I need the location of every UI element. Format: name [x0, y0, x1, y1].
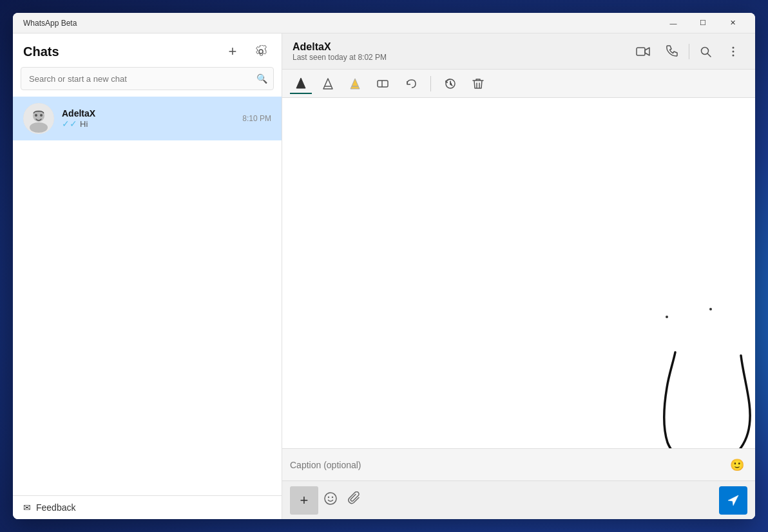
plus-icon: + [300, 492, 309, 509]
chat-list: AdeltaX ✓✓ Hi 8:10 PM [13, 97, 282, 495]
close-button[interactable]: ✕ [718, 13, 747, 33]
sidebar-footer: ✉ Feedback [13, 495, 282, 519]
svg-line-7 [708, 53, 711, 57]
drawing-svg [282, 98, 755, 448]
chat-contact-name: AdeltaX [293, 41, 623, 53]
svg-point-2 [30, 122, 48, 133]
svg-point-9 [733, 50, 734, 52]
eraser-icon [376, 78, 389, 90]
search-bar: 🔍 [21, 67, 274, 90]
toolbar-divider [430, 76, 431, 91]
feedback-button[interactable]: ✉ Feedback [23, 502, 75, 513]
svg-point-16 [325, 493, 336, 504]
title-bar: WhatsApp Beta — ☐ ✕ [13, 13, 755, 33]
sidebar-title: Chats [23, 44, 59, 59]
paperclip-icon [348, 491, 361, 506]
chat-time-adeltax: 8:10 PM [242, 114, 271, 123]
sidebar: Chats + 🔍 [13, 33, 282, 519]
search-icon: 🔍 [256, 73, 267, 84]
feedback-icon: ✉ [23, 502, 31, 513]
pen-down2-icon [322, 77, 334, 90]
highlight-tool-button[interactable] [344, 73, 366, 94]
chat-last-seen: Last seen today at 8:02 PM [293, 53, 623, 62]
chat-header-actions [631, 43, 745, 61]
drawing-caption-area: 🙂 [282, 448, 755, 480]
history-button[interactable] [439, 73, 462, 94]
video-icon [636, 46, 650, 57]
history-icon [444, 77, 457, 90]
chat-header: AdeltaX Last seen today at 8:02 PM [282, 33, 755, 70]
drawing-canvas[interactable] [282, 98, 755, 448]
chat-header-info: AdeltaX Last seen today at 8:02 PM [293, 41, 623, 62]
svg-point-17 [328, 497, 329, 498]
emoji-icon: 🙂 [730, 458, 744, 472]
voice-call-button[interactable] [660, 43, 684, 61]
send-icon [727, 494, 740, 507]
attachment-button[interactable] [348, 491, 361, 509]
svg-point-18 [332, 497, 333, 498]
more-options-button[interactable] [722, 43, 745, 61]
sidebar-header: Chats + [13, 33, 282, 67]
phone-icon [666, 45, 678, 58]
maximize-button[interactable]: ☐ [688, 13, 718, 33]
svg-point-4 [40, 114, 43, 117]
sidebar-header-actions: + [222, 41, 271, 62]
video-call-button[interactable] [631, 44, 655, 59]
chat-info-adeltax: AdeltaX ✓✓ Hi [62, 108, 235, 129]
search-input[interactable] [21, 67, 274, 90]
svg-point-3 [35, 114, 37, 117]
minimize-button[interactable]: — [658, 13, 688, 33]
caption-input[interactable] [290, 460, 722, 470]
drawing-toolbar [282, 70, 755, 98]
chat-item-adeltax[interactable]: AdeltaX ✓✓ Hi 8:10 PM [13, 97, 282, 140]
emoji-button[interactable]: 🙂 [727, 455, 747, 475]
svg-point-14 [666, 316, 668, 318]
chat-input-actions [323, 491, 361, 509]
delete-drawing-button[interactable] [467, 73, 489, 94]
search-chat-button[interactable] [695, 43, 716, 60]
settings-button[interactable] [251, 41, 271, 62]
more-icon [727, 45, 740, 58]
drawing-editor: 🙂 + [282, 70, 755, 519]
chat-preview-adeltax: ✓✓ Hi [62, 119, 235, 129]
svg-rect-5 [637, 48, 645, 55]
title-bar-controls: — ☐ ✕ [658, 13, 747, 33]
chat-name-adeltax: AdeltaX [62, 108, 235, 119]
pen-down-icon [295, 77, 307, 90]
trash-icon [472, 77, 484, 90]
app-body: Chats + 🔍 [13, 33, 755, 519]
new-chat-button[interactable]: + [222, 41, 243, 62]
svg-rect-11 [378, 81, 388, 87]
search-icon [700, 46, 711, 57]
undo-icon [405, 78, 418, 90]
add-media-button[interactable]: + [290, 486, 318, 515]
chat-preview-text: Hi [80, 119, 88, 129]
svg-point-10 [733, 54, 734, 56]
pen-tool-button[interactable] [290, 73, 312, 94]
svg-point-6 [702, 47, 709, 54]
header-divider [689, 44, 689, 59]
smiley-icon [323, 491, 338, 506]
svg-point-15 [709, 308, 712, 310]
undo-button[interactable] [399, 73, 423, 94]
drawing-send-bar: + [282, 480, 755, 519]
gear-icon [254, 45, 267, 58]
eraser-tool-button[interactable] [371, 73, 394, 94]
highlight-icon [349, 77, 361, 90]
pen2-tool-button[interactable] [317, 73, 339, 94]
feedback-label: Feedback [36, 502, 75, 513]
app-title: WhatsApp Beta [23, 19, 77, 28]
send-button[interactable] [719, 486, 747, 515]
double-check-icon: ✓✓ [62, 119, 77, 129]
avatar-adeltax [23, 103, 54, 134]
app-window: WhatsApp Beta — ☐ ✕ Chats + [13, 13, 755, 519]
chat-area: AdeltaX Last seen today at 8:02 PM [282, 33, 755, 519]
svg-point-8 [733, 46, 734, 48]
emoji-input-button[interactable] [323, 491, 338, 509]
